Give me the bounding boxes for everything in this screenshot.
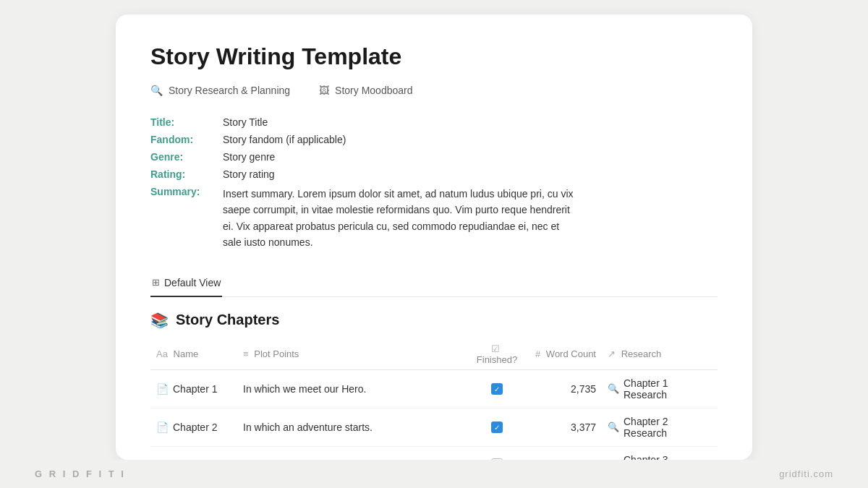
research-link-label: Chapter 3 Research: [624, 454, 712, 460]
quick-link-research[interactable]: 🔍 Story Research & Planning: [150, 85, 290, 96]
search-icon: 🔍: [608, 383, 619, 394]
footer-logo-left: G R I D F I T I: [35, 468, 126, 479]
meta-row-rating: Rating: Story rating: [150, 168, 718, 180]
cell-finished-0[interactable]: ✓: [464, 369, 529, 408]
chapter-name: Chapter 1: [173, 383, 217, 395]
cell-research-1[interactable]: 🔍Chapter 2 Research: [602, 408, 718, 446]
section-title-text: Story Chapters: [176, 312, 279, 328]
meta-row-genre: Genre: Story genre: [150, 151, 718, 163]
cell-wordcount-1: 3,377: [529, 408, 602, 446]
cell-wordcount-0: 2,735: [529, 369, 602, 408]
arrow-icon: ↗: [608, 348, 616, 359]
metadata-section: Title: Story Title Fandom: Story fandom …: [150, 116, 718, 251]
col-header-research: ↗ Research: [602, 339, 718, 370]
genre-value: Story genre: [223, 151, 275, 163]
tab-default-view-label: Default View: [164, 277, 221, 288]
cell-plot-1: In which an adventure starts.: [237, 408, 464, 446]
cell-name-0: 📄Chapter 1: [150, 369, 237, 408]
research-link-label: Chapter 1 Research: [624, 377, 712, 401]
chapter-doc-icon: 📄: [156, 383, 169, 395]
page-title: Story Writing Template: [150, 43, 718, 70]
checkbox-icon: ☑: [491, 343, 500, 354]
quick-link-moodboard[interactable]: 🖼 Story Moodboard: [319, 85, 412, 96]
title-label: Title:: [150, 116, 223, 128]
checkbox-checked[interactable]: ✓: [491, 421, 503, 433]
fandom-label: Fandom:: [150, 134, 223, 145]
table-row: 📄Chapter 3In which the Hero digs in thei…: [150, 446, 718, 460]
quick-link-research-label: Story Research & Planning: [169, 85, 290, 96]
research-link-label: Chapter 2 Research: [624, 416, 712, 439]
cell-plot-2: In which the Hero digs in their feet.: [237, 446, 464, 460]
cell-wordcount-2: 0: [529, 446, 602, 460]
summary-label: Summary:: [150, 186, 223, 251]
main-card: Story Writing Template 🔍 Story Research …: [116, 14, 752, 460]
fandom-value: Story fandom (if applicable): [223, 134, 346, 145]
title-value: Story Title: [223, 116, 268, 128]
cell-research-0[interactable]: 🔍Chapter 1 Research: [602, 369, 718, 408]
cell-research-2[interactable]: 🔍Chapter 3 Research: [602, 446, 718, 460]
footer-logo-right: gridfiti.com: [779, 468, 833, 479]
section-title: 📚 Story Chapters: [150, 312, 718, 329]
meta-row-summary: Summary: Insert summary. Lorem ipsum dol…: [150, 186, 718, 251]
chapters-table: Aa Name ≡ Plot Points ☑ Finished? # Word…: [150, 339, 718, 460]
table-icon: ⊞: [152, 277, 160, 288]
genre-label: Genre:: [150, 151, 223, 163]
table-row: 📄Chapter 1In which we meet our Hero.✓2,7…: [150, 369, 718, 408]
cell-name-1: 📄Chapter 2: [150, 408, 237, 446]
quick-links: 🔍 Story Research & Planning 🖼 Story Mood…: [150, 85, 718, 96]
chapter-doc-icon: 📄: [156, 421, 169, 433]
image-icon: 🖼: [319, 85, 329, 96]
search-icon: 🔍: [608, 421, 619, 432]
table-wrap: Aa Name ≡ Plot Points ☑ Finished? # Word…: [150, 339, 718, 460]
col-header-plot: ≡ Plot Points: [237, 339, 464, 370]
col-header-name: Aa Name: [150, 339, 237, 370]
meta-row-fandom: Fandom: Story fandom (if applicable): [150, 134, 718, 145]
checkbox-checked[interactable]: ✓: [491, 383, 503, 395]
table-row: 📄Chapter 2In which an adventure starts.✓…: [150, 408, 718, 446]
col-header-wordcount: # Word Count: [529, 339, 602, 370]
books-icon: 📚: [150, 312, 169, 329]
search-icon: 🔍: [150, 85, 163, 96]
summary-value: Insert summary. Lorem ipsum dolor sit am…: [223, 186, 577, 251]
lines-icon: ≡: [243, 348, 249, 359]
table-header-row: Aa Name ≡ Plot Points ☑ Finished? # Word…: [150, 339, 718, 370]
cell-name-2: 📄Chapter 3: [150, 446, 237, 460]
hash-icon: #: [535, 348, 540, 359]
quick-link-moodboard-label: Story Moodboard: [335, 85, 412, 96]
text-icon: Aa: [156, 348, 168, 359]
col-header-finished: ☑ Finished?: [464, 339, 529, 370]
cell-plot-0: In which we meet our Hero.: [237, 369, 464, 408]
rating-label: Rating:: [150, 168, 223, 180]
footer-bar: G R I D F I T I gridfiti.com: [0, 460, 868, 488]
chapter-name: Chapter 2: [173, 421, 217, 433]
tabs-bar: ⊞ Default View: [150, 271, 718, 297]
tab-default-view[interactable]: ⊞ Default View: [150, 271, 222, 297]
cell-finished-2[interactable]: [464, 446, 529, 460]
meta-row-title: Title: Story Title: [150, 116, 718, 128]
cell-finished-1[interactable]: ✓: [464, 408, 529, 446]
rating-value: Story rating: [223, 168, 275, 180]
